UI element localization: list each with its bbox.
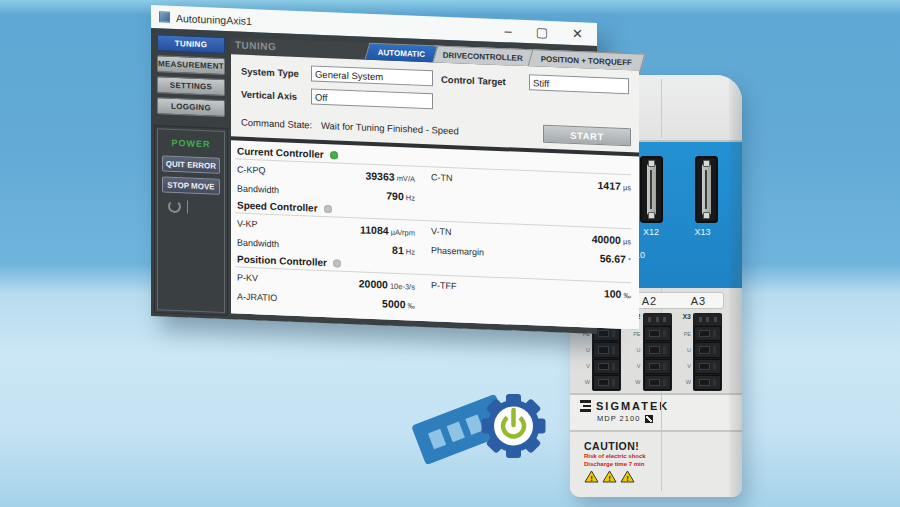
param-unit: Hz xyxy=(406,247,415,256)
param-label: V-KP xyxy=(237,218,309,231)
pin-label-v: V xyxy=(577,363,590,369)
sidebar: TUNING MEASUREMENT SETTINGS LOGGING POWE… xyxy=(157,34,225,313)
pin-label-u: U xyxy=(577,347,590,353)
tab-label: AUTOMATIC xyxy=(377,48,424,59)
busy-spinner-icon xyxy=(168,200,181,214)
vertical-axis-input[interactable] xyxy=(311,88,433,109)
param-label: Phasemargin xyxy=(415,244,519,258)
param-value: 39363 xyxy=(365,169,394,182)
status-dot-off xyxy=(333,259,341,267)
caution-line-2: Discharge time 7 min xyxy=(584,460,742,468)
maximize-button[interactable]: ▢ xyxy=(536,25,548,38)
start-button[interactable]: START xyxy=(543,125,631,147)
pin-label-w: W xyxy=(577,379,590,385)
close-button[interactable]: ✕ xyxy=(572,27,583,40)
param-value: 5000 xyxy=(382,297,405,310)
pin-label-v: V xyxy=(628,363,641,369)
scene: X11 X12 X13 X10 A1 A2 A3 X1 PE U xyxy=(0,0,900,507)
main-area: TUNING AUTOMATIC DRIVECONTROLLER POSITIO… xyxy=(231,37,639,329)
connector-slot-x13 xyxy=(695,156,718,223)
stop-move-button[interactable]: STOP MOVE xyxy=(162,176,220,194)
pin-label-w: W xyxy=(678,379,691,385)
sidebar-item-measurement[interactable]: MEASUREMENT xyxy=(157,55,225,75)
vertical-axis-label: Vertical Axis xyxy=(241,88,303,101)
param-label: Bandwidth xyxy=(237,183,309,196)
svg-text:!: ! xyxy=(626,474,629,483)
axis-label-a3: A3 xyxy=(674,295,723,307)
power-panel: POWER QUIT ERROR STOP MOVE xyxy=(157,128,225,313)
param-unit: ‰ xyxy=(407,301,415,310)
param-label: C-KPQ xyxy=(237,164,309,177)
system-type-label: System Type xyxy=(241,65,303,78)
param-label: P-KV xyxy=(237,272,309,285)
model-name: MDP 2100 xyxy=(597,414,640,423)
sigmatek-logo-icon xyxy=(580,400,591,412)
system-type-input[interactable] xyxy=(311,65,433,86)
param-unit: ‰ xyxy=(623,290,631,299)
connector-label-x13: X13 xyxy=(691,227,714,237)
tab-label: POSITION + TORQUEFF xyxy=(541,54,632,67)
connector-label-x12: X12 xyxy=(640,227,663,237)
tab-label: DRIVECONTROLLER xyxy=(443,50,523,62)
controller-name: Current Controller xyxy=(237,145,324,159)
controller-data-panel: Current Controller C-KPQ 39363mV/A C-TN … xyxy=(231,136,639,329)
param-unit: 10e-3/s xyxy=(390,281,415,291)
pin-label-w: W xyxy=(628,379,641,385)
device-brand-plate: SIGMATEK MDP 2100 xyxy=(570,395,742,432)
param-unit: µA/rpm xyxy=(391,227,415,237)
caution-title: CAUTION! xyxy=(584,440,742,452)
brand-name: SIGMATEK xyxy=(596,400,669,412)
tab-content: System Type Control Target Vertical Axis… xyxy=(231,54,639,329)
param-unit: Hz xyxy=(406,193,415,202)
pin-label-v: V xyxy=(678,363,691,369)
param-value: 56.67 xyxy=(600,252,626,265)
window-body: TUNING MEASUREMENT SETTINGS LOGGING POWE… xyxy=(151,28,597,334)
terminal-block-x3: X3 PE U V W xyxy=(678,313,722,391)
minimize-button[interactable]: – xyxy=(505,24,512,37)
param-label: Bandwidth xyxy=(237,237,309,250)
param-unit: ° xyxy=(628,256,631,265)
param-label: V-TN xyxy=(415,225,519,239)
command-state-label: Command State: xyxy=(241,116,312,130)
param-label: A-JRATIO xyxy=(237,291,309,304)
param-value: 20000 xyxy=(359,277,388,290)
param-unit: µs xyxy=(623,182,631,191)
tab-automatic[interactable]: AUTOMATIC xyxy=(364,43,438,63)
param-value: 11084 xyxy=(360,223,389,236)
control-target-input[interactable] xyxy=(529,74,629,94)
sidebar-item-settings[interactable]: SETTINGS xyxy=(157,76,225,96)
qr-code-icon xyxy=(645,415,653,423)
param-label: C-TN xyxy=(415,171,519,185)
param-value: 790 xyxy=(386,189,404,202)
param-unit: mV/A xyxy=(397,173,415,183)
param-unit: µs xyxy=(623,236,631,245)
pin-label-pe: PE xyxy=(628,331,641,337)
command-state-value: Wait for Tuning Finished - Speed xyxy=(321,119,459,136)
control-target-label: Control Target xyxy=(441,73,521,87)
status-dot-off xyxy=(324,204,332,212)
pin-label-pe: PE xyxy=(678,331,691,337)
divider xyxy=(187,200,188,213)
param-label: P-TFF xyxy=(415,279,519,293)
param-value: 100 xyxy=(604,287,622,300)
status-dot-on xyxy=(330,151,338,159)
quit-error-button[interactable]: QUIT ERROR xyxy=(162,155,220,173)
sidebar-item-logging[interactable]: LOGGING xyxy=(157,97,225,117)
autotuning-gear-icon xyxy=(396,380,564,476)
warning-triangle-icons: ! ! ! xyxy=(584,470,742,483)
app-window: AutotuningAxis1 – ▢ ✕ TUNING MEASUREMENT… xyxy=(151,5,597,334)
terminal-label-x3: X3 xyxy=(678,313,691,326)
controller-name: Speed Controller xyxy=(237,199,318,213)
param-value: 1417 xyxy=(598,178,621,191)
controller-name: Position Controller xyxy=(237,253,327,268)
connector-slot-x12 xyxy=(640,156,663,223)
device-caution-plate: CAUTION! Risk of electric shock Discharg… xyxy=(570,432,742,497)
sidebar-item-tuning[interactable]: TUNING xyxy=(157,34,225,54)
param-value: 81 xyxy=(392,243,404,255)
pin-label-u: U xyxy=(628,347,641,353)
param-value: 40000 xyxy=(592,232,621,245)
svg-text:!: ! xyxy=(608,474,611,483)
power-label: POWER xyxy=(162,134,220,152)
pin-label-u: U xyxy=(678,347,691,353)
svg-text:!: ! xyxy=(590,474,593,483)
